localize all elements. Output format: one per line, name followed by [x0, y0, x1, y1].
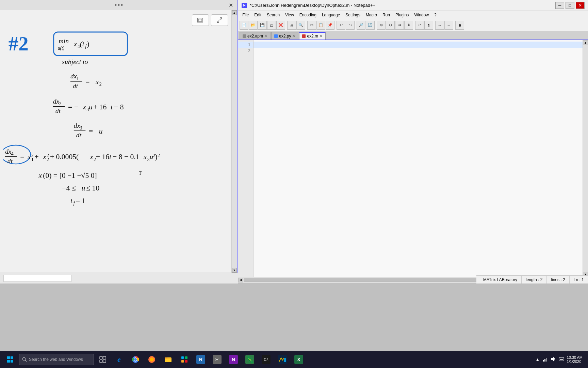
taskbar-edge[interactable]: e	[112, 352, 127, 367]
svg-text:u: u	[81, 184, 85, 192]
show-all-chars-btn[interactable]: ¶	[424, 21, 433, 30]
new-file-btn[interactable]: 📄	[240, 21, 248, 30]
close-npp-button[interactable]: ✕	[576, 2, 585, 9]
start-button[interactable]	[3, 352, 18, 367]
taskbar-firefox[interactable]	[144, 352, 159, 367]
menu-search[interactable]: Search	[264, 12, 282, 18]
svg-text:min: min	[59, 37, 69, 45]
restore-button[interactable]: □	[566, 2, 574, 9]
menu-settings[interactable]: Settings	[343, 12, 363, 18]
svg-rect-80	[103, 360, 106, 363]
zoom-out-btn[interactable]: ⊖	[386, 21, 395, 30]
task-view-button[interactable]	[95, 352, 110, 367]
taskbar-search[interactable]: Search the web and Windows	[19, 354, 94, 365]
copy-btn[interactable]: 📋	[316, 21, 325, 30]
scroll-up-arrow[interactable]: ▲	[232, 10, 237, 15]
taskbar-terminal[interactable]: C:\	[259, 352, 274, 367]
sync-scroll-v-btn[interactable]: ⇕	[404, 21, 413, 30]
replace-btn[interactable]: 🔄	[366, 21, 375, 30]
svg-text:+: +	[35, 153, 39, 161]
tab-close-apm[interactable]: ✕	[264, 34, 267, 38]
indent-btn[interactable]: →	[435, 21, 444, 30]
svg-text:f: f	[74, 201, 76, 206]
svg-text:1: 1	[77, 76, 79, 81]
menu-file[interactable]: File	[240, 12, 251, 18]
taskbar-chrome[interactable]	[128, 352, 143, 367]
cut-btn[interactable]: ✂	[307, 21, 316, 30]
sync-scroll-btn[interactable]: ⇔	[395, 21, 404, 30]
svg-line-3	[217, 20, 219, 22]
tab-ex2-apm[interactable]: ex2.apm ✕	[240, 32, 271, 40]
npp-win-controls: ─ □ ✕	[555, 2, 585, 9]
svg-text:+ 16: + 16	[93, 103, 107, 111]
taskbar-system-tray: ▲ 10:30 AM 1/1/2020	[536, 355, 585, 364]
find-btn[interactable]: 🔎	[357, 21, 365, 30]
taskbar-store[interactable]	[177, 352, 192, 367]
tab-close-m[interactable]: ✕	[320, 34, 323, 39]
volume-icon	[551, 356, 556, 362]
tray-expand[interactable]: ▲	[536, 357, 540, 362]
save-all-btn[interactable]: 🗂	[267, 21, 276, 30]
menu-view[interactable]: View	[282, 12, 297, 18]
left-vscrollbar[interactable]: ▲ ▼	[231, 10, 237, 273]
zoom-in-btn[interactable]: ⊕	[377, 21, 386, 30]
menu-run[interactable]: Run	[380, 12, 393, 18]
svg-line-76	[25, 360, 27, 362]
drag-handle	[115, 4, 123, 6]
taskbar-scissors[interactable]: ✂	[210, 352, 225, 367]
matlab-icon	[278, 355, 287, 364]
vscroll-up[interactable]: ▲	[583, 40, 588, 45]
svg-text:dt: dt	[55, 107, 61, 114]
npp-code-area[interactable]	[254, 40, 583, 277]
paste-btn[interactable]: 📌	[326, 21, 334, 30]
close-file-btn[interactable]: ❌	[276, 21, 285, 30]
menu-encoding[interactable]: Encoding	[297, 12, 319, 18]
gecko-icon: 🦎	[245, 355, 254, 364]
macro-record-btn[interactable]: ⏺	[455, 21, 464, 30]
code-editor[interactable]	[256, 42, 311, 277]
menu-edit[interactable]: Edit	[251, 12, 264, 18]
word-wrap-btn[interactable]: ↵	[415, 21, 424, 30]
tab-close-py[interactable]: ✕	[292, 34, 295, 38]
tray-network[interactable]	[542, 356, 548, 363]
svg-text:x: x	[74, 40, 77, 48]
save-file-btn[interactable]: 💾	[258, 21, 267, 30]
taskbar: Search the web and Windows e	[0, 351, 588, 368]
fit-window-button[interactable]	[192, 14, 209, 26]
scroll-down-arrow[interactable]: ▼	[232, 268, 237, 273]
taskbar-explorer[interactable]	[161, 352, 176, 367]
undo-btn[interactable]: ↩	[337, 21, 345, 30]
svg-text:=: =	[89, 127, 93, 135]
menu-macro[interactable]: Macro	[363, 12, 380, 18]
tray-keyboard[interactable]	[559, 356, 564, 363]
print-btn[interactable]: 🖨	[287, 21, 296, 30]
svg-rect-71	[7, 356, 10, 359]
taskbar-r[interactable]: R	[193, 352, 208, 367]
menu-language[interactable]: Language	[319, 12, 343, 18]
svg-line-2	[220, 18, 222, 20]
taskbar-green-app[interactable]: 🦎	[242, 352, 257, 367]
print-preview-btn[interactable]: 🔍	[296, 21, 305, 30]
redo-btn[interactable]: ↪	[346, 21, 355, 30]
svg-point-85	[150, 357, 154, 362]
taskbar-matlab[interactable]	[275, 352, 290, 367]
taskbar-onenote[interactable]: N	[226, 352, 241, 367]
svg-rect-93	[543, 360, 544, 362]
left-panel-bottom	[0, 273, 238, 283]
menu-help[interactable]: ?	[431, 12, 439, 18]
taskbar-excel[interactable]: X	[291, 352, 306, 367]
tab-ex2-m[interactable]: ex2.m ✕	[299, 32, 326, 40]
close-button[interactable]: ✕	[227, 2, 234, 9]
minimize-button[interactable]: ─	[555, 2, 564, 9]
expand-button[interactable]	[211, 14, 228, 26]
unindent-btn[interactable]: ←	[444, 21, 453, 30]
keyboard-icon	[559, 356, 564, 362]
menu-window[interactable]: Window	[411, 12, 431, 18]
hscroll-left[interactable]: ◀	[238, 278, 243, 282]
tray-volume[interactable]	[551, 356, 556, 363]
bottom-input[interactable]	[3, 275, 71, 282]
npp-vscrollbar[interactable]: ▲ ▼	[583, 40, 588, 277]
menu-plugins[interactable]: Plugins	[393, 12, 411, 18]
tab-ex2-py[interactable]: ex2.py ✕	[271, 32, 298, 40]
open-file-btn[interactable]: 📂	[249, 21, 258, 30]
